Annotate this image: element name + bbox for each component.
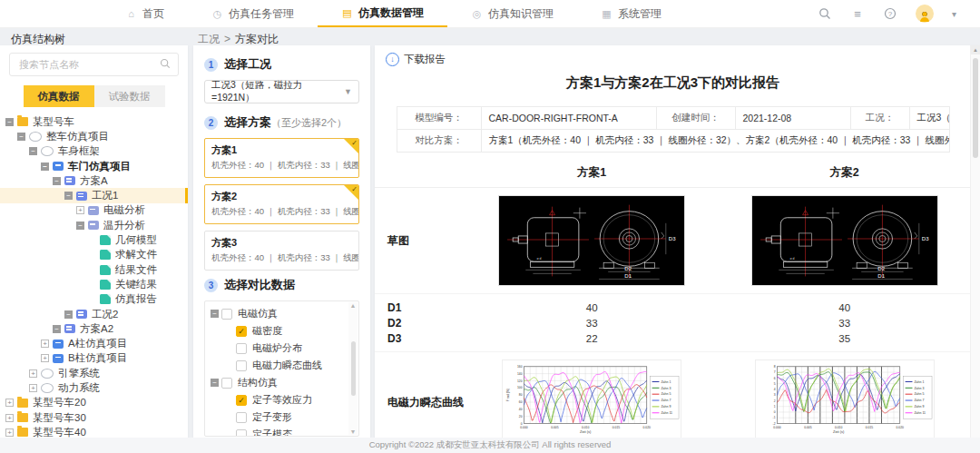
- scheme-card-方案2[interactable]: 方案2机壳外径：40 ｜ 机壳内径：33 ｜ 线圈外径：32✓: [204, 184, 359, 224]
- checkbox[interactable]: [236, 429, 247, 438]
- collapse-icon[interactable]: −: [211, 310, 219, 318]
- expand-icon[interactable]: +: [29, 384, 37, 392]
- scheme-card-方案1[interactable]: 方案1机壳外径：40 ｜ 机壳内径：33 ｜ 线圈外径：32✓: [204, 138, 359, 178]
- help-icon[interactable]: ?: [883, 6, 897, 21]
- nav-item-首页[interactable]: ⌂首页: [102, 0, 188, 27]
- tree-node-温升分析[interactable]: −温升分析: [0, 218, 188, 232]
- user-avatar[interactable]: [916, 5, 934, 23]
- scrollbar-thumb[interactable]: [973, 58, 978, 158]
- compare-item-结构仿真[interactable]: −结构仿真: [209, 374, 358, 391]
- tree-node-车身框架[interactable]: −车身框架: [0, 144, 188, 159]
- sidebar-tab-试验数据[interactable]: 试验数据: [94, 85, 165, 107]
- download-report-link[interactable]: ↓ 下载报告: [386, 53, 446, 66]
- tree-node-仿真报告[interactable]: 仿真报告: [0, 292, 188, 307]
- collapse-icon[interactable]: −: [29, 147, 37, 155]
- breadcrumb-parent[interactable]: 工况: [198, 33, 220, 45]
- nav-item-仿真数据管理[interactable]: ▤仿真数据管理: [318, 0, 447, 27]
- task-gauge-icon: ◷: [211, 8, 223, 20]
- checkbox[interactable]: ✓: [236, 326, 247, 337]
- tree-node-方案A2[interactable]: −方案A2: [0, 321, 188, 336]
- plan-icon: [64, 176, 75, 185]
- expand-icon[interactable]: +: [5, 399, 14, 407]
- analysis-icon: [88, 206, 99, 215]
- tree-node-车门仿真项目[interactable]: −车门仿真项目: [0, 159, 188, 173]
- search-icon[interactable]: [160, 56, 171, 73]
- collapse-icon[interactable]: −: [41, 162, 49, 171]
- analysis-icon: [88, 221, 99, 230]
- expand-icon[interactable]: +: [29, 369, 37, 378]
- tree-node-结果文件[interactable]: 结果文件: [0, 262, 188, 277]
- nav-item-系统管理[interactable]: ▦系统管理: [577, 0, 685, 27]
- svg-text:160: 160: [517, 365, 523, 369]
- collapse-icon[interactable]: −: [53, 177, 61, 185]
- tree-node-label: 温升分析: [103, 219, 145, 232]
- tree-node-工况2[interactable]: −工况2: [0, 307, 188, 321]
- compare-item-电磁炉分布[interactable]: 电磁炉分布: [209, 340, 358, 357]
- checkbox[interactable]: ✓: [236, 395, 247, 406]
- tree-node-label: 方案A: [80, 174, 108, 188]
- tree-node-电磁分析[interactable]: +电磁分析: [0, 203, 188, 218]
- expand-icon[interactable]: +: [5, 414, 14, 422]
- compare-data-scrollbar[interactable]: ▲ ▼: [348, 302, 358, 435]
- compare-item-电磁仿真[interactable]: −电磁仿真: [209, 305, 358, 322]
- svg-text:4: 4: [773, 388, 775, 391]
- menu-icon[interactable]: ≡: [850, 6, 865, 21]
- compare-item-电磁力瞬态曲线[interactable]: 电磁力瞬态曲线: [209, 357, 358, 374]
- checkbox[interactable]: [221, 378, 232, 389]
- tree-node-某型号车20[interactable]: +某型号车20: [0, 396, 188, 410]
- tree-node-求解文件[interactable]: 求解文件: [0, 248, 188, 262]
- sidebar-tab-仿真数据[interactable]: 仿真数据: [24, 85, 94, 107]
- tree-node-引擎系统[interactable]: +引擎系统: [0, 366, 188, 380]
- tree-node-A柱仿真项目[interactable]: +A柱仿真项目: [0, 336, 188, 350]
- expand-icon[interactable]: +: [76, 206, 84, 214]
- scroll-down-icon[interactable]: ▼: [350, 428, 357, 435]
- tree-node-动力系统[interactable]: +动力系统: [0, 380, 188, 395]
- scrollbar-thumb[interactable]: [351, 341, 356, 396]
- condition-select[interactable]: 工况3（短路，磁拉力=1921N） ▼: [204, 80, 359, 103]
- tree-node-B柱仿真项目[interactable]: +B柱仿真项目: [0, 351, 188, 366]
- nav-item-仿真知识管理[interactable]: ◎仿真知识管理: [447, 0, 577, 27]
- checkbox[interactable]: [236, 412, 247, 423]
- compare-item-定子模态[interactable]: 定子模态: [209, 426, 358, 437]
- checkbox[interactable]: [221, 309, 232, 320]
- compare-item-磁密度[interactable]: ✓磁密度: [209, 322, 358, 340]
- tree-node-整车仿真项目[interactable]: −整车仿真项目: [0, 129, 188, 143]
- report-scrollbar[interactable]: ▲: [970, 45, 980, 438]
- tree-node-方案A[interactable]: −方案A: [0, 173, 188, 188]
- tree-node-某型号车30[interactable]: +某型号车30: [0, 410, 188, 425]
- scheme-desc: 机壳外径：40 ｜ 机壳内径：33 ｜ 线圈外径：32: [211, 252, 352, 264]
- search-icon[interactable]: [818, 6, 832, 21]
- checkbox[interactable]: [236, 360, 247, 371]
- scheme2-dimension-value: 40: [719, 302, 972, 313]
- compare-item-定子等效应力[interactable]: ✓定子等效应力: [209, 391, 358, 409]
- collapse-icon[interactable]: −: [17, 133, 25, 141]
- tree-search-input[interactable]: [17, 58, 160, 71]
- compare-data-tree: −电磁仿真✓磁密度电磁炉分布电磁力瞬态曲线−结构仿真✓定子等效应力定子变形定子模…: [209, 305, 358, 437]
- collapse-icon[interactable]: −: [5, 118, 14, 126]
- tree-node-某型号车[interactable]: −某型号车: [0, 114, 188, 129]
- scheme-card-方案3[interactable]: 方案3机壳外径：40 ｜ 机壳内径：33 ｜ 线圈外径：32: [204, 231, 359, 271]
- collapse-icon[interactable]: −: [53, 325, 61, 333]
- caret-down-icon[interactable]: ▾: [952, 9, 956, 19]
- expand-icon[interactable]: +: [5, 428, 14, 437]
- svg-text:0.010: 0.010: [582, 426, 589, 429]
- compare-item-定子变形[interactable]: 定子变形: [209, 409, 358, 426]
- scroll-up-icon[interactable]: ▲: [350, 302, 357, 309]
- tree-node-几何模型[interactable]: 几何模型: [0, 232, 188, 247]
- collapse-icon[interactable]: −: [64, 192, 73, 200]
- scheme2-transient-chart: -2-10123456780.0000.0050.0100.0150.020Ze…: [755, 359, 935, 438]
- checkbox[interactable]: [236, 343, 247, 354]
- collapse-icon[interactable]: −: [211, 379, 219, 387]
- tree-node-关键结果[interactable]: 关键结果: [0, 277, 188, 291]
- svg-text:3: 3: [773, 393, 775, 397]
- svg-text:Zahn 3: Zahn 3: [662, 387, 671, 390]
- tree-node-某型号车40[interactable]: +某型号车40: [0, 425, 188, 438]
- project-icon: [41, 146, 54, 156]
- expand-icon[interactable]: +: [41, 340, 49, 348]
- scroll-up-icon[interactable]: ▲: [971, 45, 980, 54]
- collapse-icon[interactable]: −: [76, 222, 84, 230]
- nav-item-仿真任务管理[interactable]: ◷仿真任务管理: [188, 0, 318, 27]
- collapse-icon[interactable]: −: [64, 310, 73, 319]
- tree-node-工况1[interactable]: −工况1: [0, 188, 188, 202]
- expand-icon[interactable]: +: [41, 354, 49, 362]
